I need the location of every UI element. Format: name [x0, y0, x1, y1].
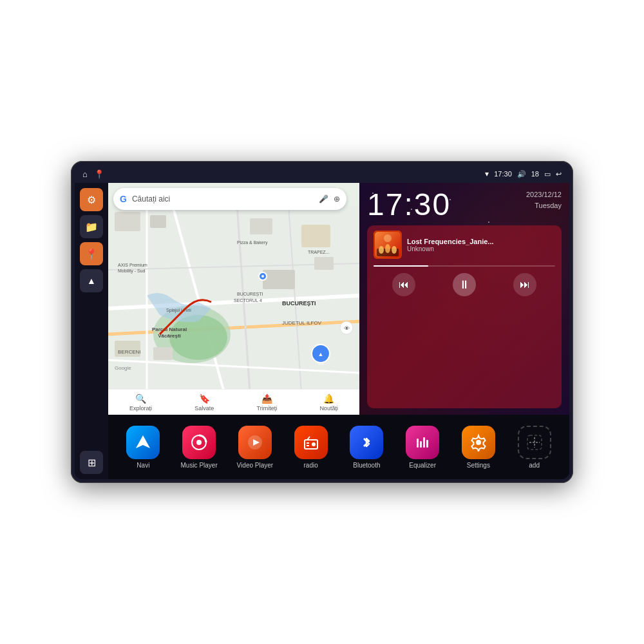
wifi-icon: ▾ [485, 169, 489, 178]
sidebar-nav-btn[interactable]: ▲ [80, 269, 103, 292]
svg-text:JUDEȚUL ILFOV: JUDEȚUL ILFOV [282, 320, 322, 326]
sidebar-settings-btn[interactable]: ⚙ [80, 188, 103, 211]
svg-text:BERCENI: BERCENI [118, 349, 141, 355]
svg-text:TAR: TAR [317, 362, 325, 366]
star-dot [488, 222, 489, 223]
svg-text:AXIS Premium: AXIS Premium [118, 263, 147, 267]
app-add[interactable]: add [509, 426, 559, 469]
svg-rect-58 [423, 437, 425, 448]
music-player: Lost Frequencies_Janie... Unknown ⏮ ⏸ ⏭ [367, 225, 562, 408]
map-bottom-bar: 🔍 Explorați 🔖 Salvate 📤 Trimiteți [108, 389, 359, 415]
prev-button[interactable]: ⏮ [392, 273, 415, 296]
app-equalizer[interactable]: Equalizer [398, 426, 448, 469]
radio-icon [294, 426, 328, 459]
app-navi[interactable]: Navi [118, 426, 168, 469]
news-label: Noutăți [319, 405, 338, 412]
settings-label: Settings [467, 462, 490, 469]
svg-text:▲: ▲ [318, 351, 324, 357]
equalizer-icon [406, 426, 439, 459]
svg-text:BUCUREȘTI: BUCUREȘTI [237, 292, 263, 297]
status-left: ⌂ 📍 [82, 169, 104, 179]
svg-text:Mobility - Sud: Mobility - Sud [118, 269, 146, 274]
svg-text:Google: Google [115, 365, 131, 371]
main-area: ⚙ 📁 📍 ▲ ⊞ G Căutați aici 🎤 ⊕ [75, 183, 569, 479]
music-player-label: Music Player [181, 462, 218, 469]
share-icon: 📤 [261, 393, 272, 404]
svg-point-43 [385, 244, 390, 253]
app-radio[interactable]: radio [286, 426, 336, 469]
google-maps-icon: G [120, 194, 127, 204]
sidebar: ⚙ 📁 📍 ▲ ⊞ [75, 183, 108, 479]
mic-icon[interactable]: 🎤 [319, 194, 328, 204]
home-icon[interactable]: ⌂ [82, 169, 88, 179]
map-search-input[interactable]: Căutați aici [132, 194, 314, 204]
svg-point-42 [379, 246, 384, 254]
saved-icon: 🔖 [199, 393, 210, 404]
volume-icon: 🔊 [517, 170, 526, 178]
add-label: add [529, 462, 540, 469]
map-svg: Parcul Natural Văcărești BUCUREȘTI JUDEȚ… [108, 183, 359, 415]
app-video-player[interactable]: Video Player [231, 426, 280, 469]
svg-text:Parcul Natural: Parcul Natural [152, 327, 187, 332]
equalizer-label: Equalizer [409, 462, 436, 469]
radio-label: radio [304, 462, 318, 469]
svg-point-44 [392, 246, 397, 254]
app-music-player[interactable]: Music Player [175, 426, 224, 469]
map-explore-btn[interactable]: 🔍 Explorați [129, 393, 152, 412]
svg-text:SECTORUL 4: SECTORUL 4 [234, 298, 262, 303]
music-progress-bar[interactable] [374, 265, 555, 267]
map-saved-btn[interactable]: 🔖 Salvate [194, 393, 214, 412]
center-content: G Căutați aici 🎤 ⊕ [108, 183, 569, 479]
svg-rect-15 [314, 257, 334, 270]
top-content: G Căutați aici 🎤 ⊕ [108, 183, 569, 415]
back-icon[interactable]: ↩ [556, 170, 562, 178]
explore-label: Explorați [129, 405, 152, 412]
svg-rect-16 [263, 270, 295, 289]
map-share-btn[interactable]: 📤 Trimiteți [257, 393, 278, 412]
sidebar-maps-btn[interactable]: 📍 [80, 242, 103, 265]
next-button[interactable]: ⏭ [513, 273, 536, 296]
video-icon [238, 426, 272, 459]
pause-button[interactable]: ⏸ [453, 273, 476, 296]
sidebar-grid-btn[interactable]: ⊞ [80, 451, 103, 474]
svg-point-45 [384, 234, 392, 242]
bluetooth-icon [350, 426, 383, 459]
maps-status-icon[interactable]: 📍 [94, 169, 104, 179]
battery-level: 18 [531, 170, 539, 178]
svg-point-32 [261, 275, 264, 278]
clock-section: 17:30 2023/12/12 Tuesday [367, 189, 562, 220]
music-info: Lost Frequencies_Janie... Unknown [374, 231, 555, 259]
music-controls: ⏮ ⏸ ⏭ [374, 273, 555, 296]
svg-point-48 [196, 440, 202, 445]
svg-rect-57 [420, 441, 422, 448]
svg-text:Pizza & Bakery: Pizza & Bakery [237, 240, 268, 245]
svg-text:BUCUREȘTI: BUCUREȘTI [282, 300, 316, 307]
clock-date: 2023/12/12 Tuesday [526, 189, 562, 211]
music-text: Lost Frequencies_Janie... Unknown [407, 238, 555, 252]
clock-date-line2: Tuesday [526, 200, 562, 211]
layers-icon[interactable]: ⊕ [334, 194, 340, 204]
battery-icon: ▭ [544, 170, 551, 178]
svg-point-53 [312, 442, 316, 446]
svg-rect-13 [250, 218, 272, 234]
map-area[interactable]: G Căutați aici 🎤 ⊕ [108, 183, 359, 415]
sidebar-folder-btn[interactable]: 📁 [80, 215, 103, 238]
svg-rect-12 [150, 215, 166, 228]
svg-marker-46 [136, 435, 150, 448]
app-settings[interactable]: Settings [454, 426, 504, 469]
svg-point-64 [476, 440, 481, 445]
news-icon: 🔔 [323, 393, 334, 404]
time-display: 17:30 [494, 170, 512, 178]
music-artist: Unknown [407, 245, 555, 252]
svg-text:👁: 👁 [344, 325, 350, 332]
svg-rect-11 [115, 212, 140, 231]
music-progress-fill [374, 265, 428, 267]
svg-text:Splajul Unirii: Splajul Unirii [166, 308, 191, 313]
map-search-bar[interactable]: G Căutați aici 🎤 ⊕ [113, 188, 346, 210]
svg-rect-14 [301, 225, 330, 247]
app-bluetooth[interactable]: Bluetooth [342, 426, 392, 469]
map-news-btn[interactable]: 🔔 Noutăți [319, 393, 338, 412]
add-icon [518, 426, 551, 459]
svg-rect-18 [153, 347, 173, 360]
status-right: ▾ 17:30 🔊 18 ▭ ↩ [485, 169, 562, 178]
